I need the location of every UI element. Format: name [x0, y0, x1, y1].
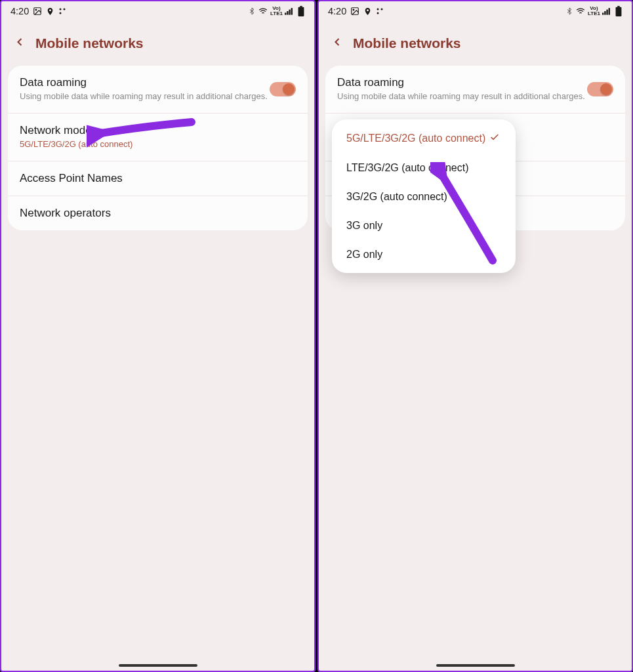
option-label: 2G only [346, 249, 382, 261]
option-label: 5G/LTE/3G/2G (auto connect) [346, 133, 485, 144]
option-label: LTE/3G/2G (auto connect) [346, 162, 468, 174]
roaming-toggle[interactable] [587, 82, 613, 96]
clock-text: 4:20 [328, 6, 346, 16]
svg-point-13 [377, 9, 379, 10]
clock-text: 4:20 [10, 6, 29, 16]
svg-rect-5 [285, 12, 286, 14]
row-data-roaming[interactable]: Data roaming Using mobile data while roa… [325, 66, 625, 114]
row-data-roaming[interactable]: Data roaming Using mobile data while roa… [8, 66, 308, 114]
settings-list: Data roaming Using mobile data while roa… [8, 66, 308, 230]
row-network-mode[interactable]: Network mode 5G/LTE/3G/2G (auto connect) [8, 114, 308, 161]
lte-label: Vo)LTE1 [588, 6, 600, 16]
row-label: Data roaming [20, 76, 270, 89]
wifi-icon [258, 7, 268, 16]
location-icon [46, 7, 54, 16]
popup-option-lte[interactable]: LTE/3G/2G (auto connect) [332, 154, 516, 182]
svg-point-14 [381, 9, 383, 10]
more-icon [58, 7, 66, 15]
page-header: Mobile networks [319, 21, 632, 66]
page-title: Mobile networks [353, 35, 461, 51]
left-screenshot: 4:20 Vo)LTE1 Mobile networks Data roamin… [0, 0, 316, 672]
row-value: 5G/LTE/3G/2G (auto connect) [20, 139, 296, 150]
lte-label: Vo)LTE1 [270, 6, 283, 16]
status-bar: 4:20 Vo)LTE1 [319, 1, 632, 21]
image-icon [350, 7, 359, 16]
row-label: Access Point Names [20, 172, 296, 185]
battery-icon [297, 6, 305, 16]
row-sublabel: Using mobile data while roaming may resu… [337, 91, 587, 102]
row-sublabel: Using mobile data while roaming may resu… [20, 91, 270, 102]
row-label: Data roaming [337, 76, 587, 89]
svg-rect-9 [300, 6, 302, 7]
svg-rect-8 [291, 8, 293, 14]
image-icon [33, 7, 42, 16]
location-icon [363, 7, 372, 16]
signal-icon [285, 7, 295, 16]
popup-option-5g[interactable]: 5G/LTE/3G/2G (auto connect) [332, 123, 516, 154]
roaming-toggle[interactable] [270, 82, 296, 96]
svg-point-3 [64, 9, 66, 10]
svg-rect-7 [289, 10, 290, 15]
row-label: Network operators [20, 207, 296, 220]
bluetooth-icon [565, 7, 573, 16]
popup-option-2g[interactable]: 2G only [332, 240, 516, 269]
svg-point-15 [377, 12, 379, 14]
wifi-icon [575, 7, 586, 16]
svg-rect-6 [287, 11, 288, 15]
signal-icon [602, 7, 613, 16]
right-screenshot: 4:20 Vo)LTE1 Mobile networks Data roamin… [317, 0, 633, 672]
more-icon [376, 7, 384, 15]
page-title: Mobile networks [35, 35, 144, 51]
home-indicator[interactable] [119, 664, 197, 667]
option-label: 3G/2G (auto connect) [346, 191, 447, 203]
check-icon [488, 132, 501, 145]
svg-point-12 [353, 9, 354, 10]
network-mode-popup: 5G/LTE/3G/2G (auto connect) LTE/3G/2G (a… [332, 119, 516, 273]
svg-rect-18 [606, 10, 607, 15]
bluetooth-icon [248, 7, 256, 16]
back-icon[interactable] [13, 35, 26, 51]
row-apn[interactable]: Access Point Names [8, 161, 308, 196]
status-bar: 4:20 Vo)LTE1 [1, 1, 314, 21]
svg-rect-17 [604, 11, 605, 15]
svg-point-2 [60, 9, 62, 10]
svg-rect-10 [298, 7, 304, 16]
row-operators[interactable]: Network operators [8, 196, 308, 230]
svg-rect-20 [617, 6, 620, 7]
back-icon[interactable] [331, 35, 344, 51]
battery-icon [615, 6, 623, 16]
svg-rect-21 [616, 7, 622, 16]
home-indicator[interactable] [436, 664, 515, 667]
popup-option-3g2g[interactable]: 3G/2G (auto connect) [332, 182, 516, 211]
row-label: Network mode [20, 124, 296, 137]
page-header: Mobile networks [1, 21, 314, 66]
option-label: 3G only [346, 220, 382, 232]
svg-rect-16 [602, 12, 603, 14]
popup-option-3g[interactable]: 3G only [332, 211, 516, 240]
svg-point-4 [60, 12, 62, 14]
svg-point-1 [35, 9, 37, 10]
svg-rect-19 [609, 8, 610, 14]
